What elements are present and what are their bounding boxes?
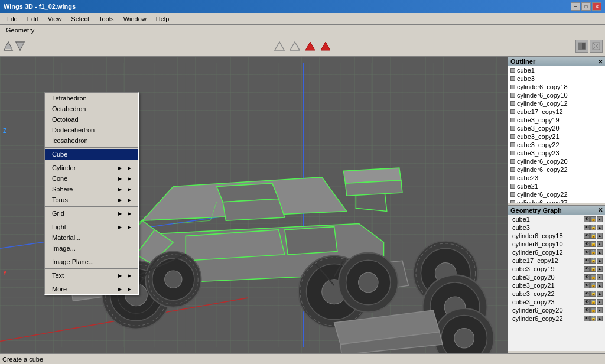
outliner-item[interactable]: cube17_copy12 (508, 108, 605, 116)
context-menu-item-text[interactable]: Text▶ (45, 270, 138, 281)
move-up-button[interactable]: ▲ (597, 282, 603, 288)
move-up-button[interactable]: ▲ (597, 258, 603, 264)
move-up-button[interactable]: ▲ (597, 299, 603, 305)
context-menu-item-torus[interactable]: Torus▶ (45, 194, 138, 205)
menu-tools[interactable]: Tools (94, 14, 119, 24)
geometry-graph-item[interactable]: cube3_copy23👁🔒▲ (508, 298, 605, 306)
context-menu-item-cylinder[interactable]: Cylinder▶ (45, 162, 138, 173)
outliner-item[interactable]: cube23 (508, 174, 605, 182)
lock-toggle[interactable]: 🔒 (590, 266, 596, 272)
outliner-list[interactable]: cube1cube3cylinder6_copy18cylinder6_copy… (508, 66, 605, 203)
context-menu-item-dodecahedron[interactable]: Dodecahedron (45, 125, 138, 135)
menu-file[interactable]: File (2, 14, 22, 24)
lock-toggle[interactable]: 🔒 (590, 316, 596, 321)
context-menu-item-image---[interactable]: Image... (45, 243, 138, 254)
geometry-graph-item[interactable]: cube1👁🔒▲ (508, 215, 605, 223)
outliner-item[interactable]: cube3_copy22 (508, 141, 605, 149)
move-up-button[interactable]: ▲ (597, 249, 603, 255)
visibility-toggle[interactable]: 👁 (584, 241, 590, 247)
move-up-button[interactable]: ▲ (597, 266, 603, 272)
wireframe-mode-btn[interactable] (590, 40, 603, 53)
lock-toggle[interactable]: 🔒 (590, 216, 596, 222)
outliner-item[interactable]: cube3_copy20 (508, 124, 605, 132)
geometry-graph-item[interactable]: cube3👁🔒▲ (508, 223, 605, 232)
geometry-graph-item[interactable]: cube17_copy12👁🔒▲ (508, 256, 605, 265)
context-menu-item-light[interactable]: Light▶ (45, 222, 138, 232)
visibility-toggle[interactable]: 👁 (584, 225, 590, 230)
outliner-item[interactable]: cube3 (508, 74, 605, 83)
context-menu-item-cube[interactable]: Cube (45, 149, 138, 160)
lock-toggle[interactable]: 🔒 (590, 307, 596, 313)
visibility-toggle[interactable]: 👁 (584, 307, 590, 313)
visibility-toggle[interactable]: 👁 (584, 291, 590, 297)
visibility-toggle[interactable]: 👁 (584, 233, 590, 239)
geometry-graph-item[interactable]: cube3_copy19👁🔒▲ (508, 265, 605, 273)
outliner-close-button[interactable]: ✕ (598, 58, 603, 65)
lock-toggle[interactable]: 🔒 (590, 225, 596, 230)
geometry-graph-item[interactable]: cylinder6_copy10👁🔒▲ (508, 240, 605, 248)
context-menu-item-octahedron[interactable]: Octahedron (45, 103, 138, 114)
vertex-mode-icon[interactable] (273, 38, 286, 54)
lock-toggle[interactable]: 🔒 (590, 233, 596, 239)
lock-toggle[interactable]: 🔒 (590, 249, 596, 255)
menu-select[interactable]: Select (66, 14, 94, 24)
geometry-graph-item[interactable]: cylinder6_copy12👁🔒▲ (508, 248, 605, 256)
move-up-button[interactable]: ▲ (597, 216, 603, 222)
minimize-button[interactable]: ─ (571, 2, 580, 11)
move-up-button[interactable]: ▲ (597, 274, 603, 280)
edge-mode-icon[interactable] (288, 38, 301, 54)
context-menu-item-icosahedron[interactable]: Icosahedron (45, 135, 138, 146)
context-menu-item-more[interactable]: More▶ (45, 284, 138, 294)
geometry-graph-item[interactable]: cube3_copy22👁🔒▲ (508, 290, 605, 298)
menu-view[interactable]: View (43, 14, 67, 24)
geometry-graph-item[interactable]: cylinder6_copy18👁🔒▲ (508, 232, 605, 240)
context-menu-item-sphere[interactable]: Sphere▶ (45, 184, 138, 194)
context-menu-item-material---[interactable]: Material... (45, 232, 138, 243)
context-menu[interactable]: TetrahedronOctahedronOctotoadDodecahedro… (44, 92, 139, 295)
visibility-toggle[interactable]: 👁 (584, 216, 590, 222)
outliner-item[interactable]: cylinder6_copy27 (508, 199, 605, 203)
visibility-toggle[interactable]: 👁 (584, 258, 590, 264)
menu-help[interactable]: Help (151, 14, 174, 24)
outliner-item[interactable]: cylinder6_copy22 (508, 165, 605, 174)
outliner-item[interactable]: cube3_copy21 (508, 132, 605, 141)
geometry-graph-item[interactable]: cube3_copy20👁🔒▲ (508, 273, 605, 281)
context-menu-item-grid[interactable]: Grid▶ (45, 208, 138, 219)
menu-edit[interactable]: Edit (22, 14, 43, 24)
maximize-button[interactable]: □ (581, 2, 591, 11)
toolbar-back-arrow[interactable] (2, 38, 14, 54)
geometry-graph-item[interactable]: cube3_copy21👁🔒▲ (508, 281, 605, 290)
toolbar-forward-arrow[interactable] (14, 38, 26, 54)
outliner-item[interactable]: cylinder6_copy12 (508, 99, 605, 108)
geometry-graph-list[interactable]: cube1👁🔒▲cube3👁🔒▲cylinder6_copy18👁🔒▲cylin… (508, 215, 605, 352)
visibility-toggle[interactable]: 👁 (584, 299, 590, 305)
geometry-graph-item[interactable]: cylinder6_copy20👁🔒▲ (508, 306, 605, 314)
context-menu-item-octotoad[interactable]: Octotoad (45, 114, 138, 125)
outliner-item[interactable]: cube1 (508, 66, 605, 74)
outliner-item[interactable]: cube21 (508, 182, 605, 190)
lock-toggle[interactable]: 🔒 (590, 241, 596, 247)
move-up-button[interactable]: ▲ (597, 241, 603, 247)
render-mode-btn[interactable] (575, 40, 588, 53)
lock-toggle[interactable]: 🔒 (590, 282, 596, 288)
move-up-button[interactable]: ▲ (597, 233, 603, 239)
move-up-button[interactable]: ▲ (597, 316, 603, 321)
lock-toggle[interactable]: 🔒 (590, 299, 596, 305)
close-button[interactable]: ✕ (592, 2, 601, 11)
lock-toggle[interactable]: 🔒 (590, 258, 596, 264)
lock-toggle[interactable]: 🔒 (590, 274, 596, 280)
context-menu-item-tetrahedron[interactable]: Tetrahedron (45, 93, 138, 103)
geometry-graph-item[interactable]: cylinder6_copy22👁🔒▲ (508, 314, 605, 323)
context-menu-item-image-plane---[interactable]: Image Plane... (45, 256, 138, 267)
body-mode-icon[interactable] (319, 38, 332, 54)
face-mode-icon[interactable] (304, 38, 317, 54)
move-up-button[interactable]: ▲ (597, 225, 603, 230)
lock-toggle[interactable]: 🔒 (590, 291, 596, 297)
geometry-graph-close-button[interactable]: ✕ (598, 207, 603, 213)
viewport[interactable]: Z Y (0, 57, 508, 353)
outliner-item[interactable]: cylinder6_copy18 (508, 83, 605, 91)
outliner-item[interactable]: cylinder6_copy22 (508, 190, 605, 199)
visibility-toggle[interactable]: 👁 (584, 316, 590, 321)
move-up-button[interactable]: ▲ (597, 307, 603, 313)
move-up-button[interactable]: ▲ (597, 291, 603, 297)
